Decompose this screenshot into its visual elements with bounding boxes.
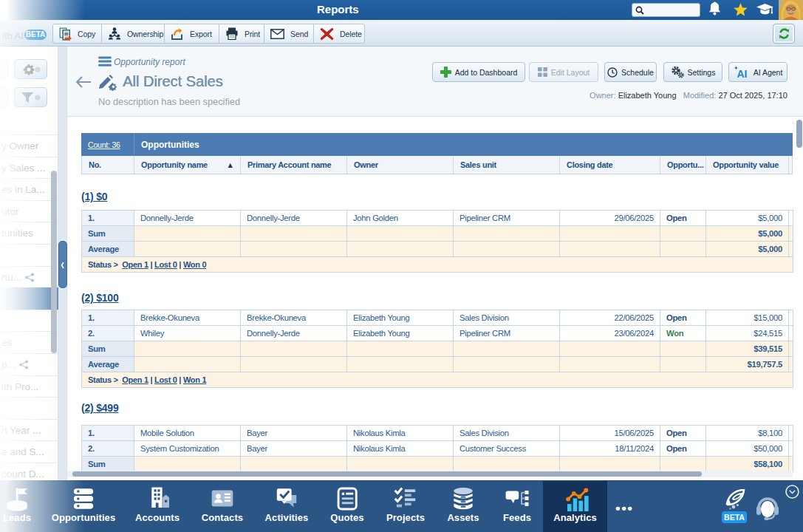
svg-text:AI: AI <box>737 68 747 79</box>
